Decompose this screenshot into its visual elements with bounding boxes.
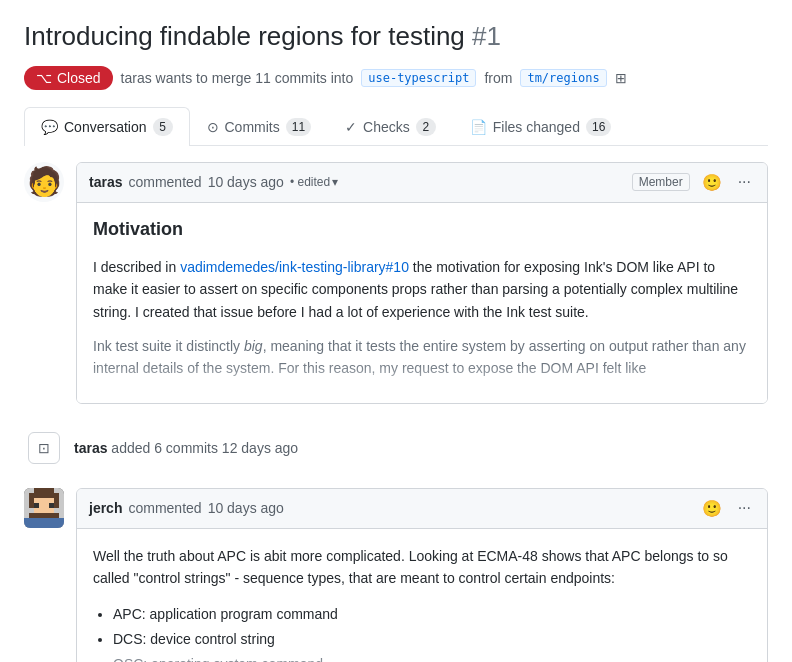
emoji-reaction-button-2[interactable]: 🙂 (698, 497, 726, 520)
comment-header-right-2: 🙂 ··· (698, 497, 755, 520)
tab-commits[interactable]: ⊙ Commits 11 (190, 107, 329, 146)
svg-rect-6 (34, 503, 39, 508)
comment-header-right-1: Member 🙂 ··· (632, 171, 755, 194)
tab-checks-count: 2 (416, 118, 436, 136)
list-item-2: OSC: operating system command (113, 652, 751, 662)
comment-header-2: jerch commented 10 days ago 🙂 ··· (77, 489, 767, 529)
head-branch[interactable]: tm/regions (520, 69, 606, 87)
more-options-button-1[interactable]: ··· (734, 171, 755, 193)
svg-rect-4 (54, 498, 59, 508)
comment-heading-1: Motivation (93, 219, 751, 240)
pr-meta: ⌥ Closed taras wants to merge 11 commits… (24, 66, 768, 90)
svg-rect-2 (29, 493, 59, 498)
conversation-icon: 💬 (41, 119, 58, 135)
jerch-avatar (24, 488, 64, 528)
comment-box-1: taras commented 10 days ago • edited ▾ M… (76, 162, 768, 404)
comment-author-2[interactable]: jerch (89, 500, 122, 516)
emoji-reaction-button-1[interactable]: 🙂 (698, 171, 726, 194)
svg-rect-3 (29, 498, 34, 508)
comment-paragraph-1: I described in vadimdemedes/ink-testing-… (93, 256, 751, 323)
svg-rect-7 (49, 503, 54, 508)
comment-paragraph-2: Well the truth about APC is abit more co… (93, 545, 751, 590)
svg-rect-9 (29, 513, 59, 518)
files-icon: 📄 (470, 119, 487, 135)
tab-files-count: 16 (586, 118, 611, 136)
merge-icon: ⌥ (36, 70, 52, 86)
comment-header-left-1: taras commented 10 days ago • edited ▾ (89, 174, 338, 190)
tab-files-label: Files changed (493, 119, 580, 135)
checks-icon: ✓ (345, 119, 357, 135)
tab-checks-label: Checks (363, 119, 410, 135)
list-item-1: DCS: device control string (113, 627, 751, 652)
member-badge-1: Member (632, 173, 690, 191)
commit-event-text: taras added 6 commits 12 days ago (74, 440, 298, 456)
tab-commits-count: 11 (286, 118, 311, 136)
commit-event-time: 12 days ago (222, 440, 298, 456)
edited-tag-1: • edited ▾ (290, 175, 338, 189)
tab-conversation-label: Conversation (64, 119, 147, 135)
copy-branch-button[interactable]: ⊞ (615, 70, 627, 86)
taras-avatar: 🧑 (24, 162, 64, 202)
from-text: from (484, 70, 512, 86)
comment-body-1: Motivation I described in vadimdemedes/i… (77, 203, 767, 403)
pr-title: Introducing findable regions for testing… (24, 20, 768, 54)
pr-title-text: Introducing findable regions for testing (24, 21, 465, 51)
comment-author-1[interactable]: taras (89, 174, 122, 190)
more-options-button-2[interactable]: ··· (734, 497, 755, 519)
comment-body-2: Well the truth about APC is abit more co… (77, 529, 767, 662)
commit-event-icon: ⊡ (28, 432, 60, 464)
comment-box-2: jerch commented 10 days ago 🙂 ··· Well t… (76, 488, 768, 662)
comment-time-2: 10 days ago (208, 500, 284, 516)
edited-chevron-icon: ▾ (332, 175, 338, 189)
status-text: Closed (57, 70, 101, 86)
content-area: 🧑 taras commented 10 days ago • edited ▾… (24, 146, 768, 662)
commit-event-action: added 6 commits (111, 440, 218, 456)
comment-faded-text-1: Ink test suite it distinctly big, meanin… (93, 335, 751, 380)
tabs-bar: 💬 Conversation 5 ⊙ Commits 11 ✓ Checks 2… (24, 106, 768, 146)
base-branch[interactable]: use-typescript (361, 69, 476, 87)
comment-header-left-2: jerch commented 10 days ago (89, 500, 284, 516)
tab-conversation-count: 5 (153, 118, 173, 136)
svg-rect-10 (24, 518, 64, 528)
comment-time-1: 10 days ago (208, 174, 284, 190)
commit-event-author[interactable]: taras (74, 440, 107, 456)
commented-text-1: commented (128, 174, 201, 190)
tab-conversation[interactable]: 💬 Conversation 5 (24, 107, 190, 146)
meta-text: taras wants to merge 11 commits into (121, 70, 354, 86)
comment-list-2: APC: application program command DCS: de… (113, 602, 751, 662)
status-badge: ⌥ Closed (24, 66, 113, 90)
commented-text-2: commented (128, 500, 201, 516)
pr-number: #1 (472, 21, 501, 51)
comment-header-1: taras commented 10 days ago • edited ▾ M… (77, 163, 767, 203)
list-item-0: APC: application program command (113, 602, 751, 627)
commit-event: ⊡ taras added 6 commits 12 days ago (24, 424, 768, 472)
tab-checks[interactable]: ✓ Checks 2 (328, 107, 453, 146)
comment-thread-1: 🧑 taras commented 10 days ago • edited ▾… (24, 162, 768, 404)
tab-files-changed[interactable]: 📄 Files changed 16 (453, 107, 629, 146)
commits-icon: ⊙ (207, 119, 219, 135)
tab-commits-label: Commits (225, 119, 280, 135)
comment-link-1[interactable]: vadimdemedes/ink-testing-library#10 (180, 259, 409, 275)
svg-rect-1 (34, 488, 54, 493)
comment-thread-2: jerch commented 10 days ago 🙂 ··· Well t… (24, 488, 768, 662)
